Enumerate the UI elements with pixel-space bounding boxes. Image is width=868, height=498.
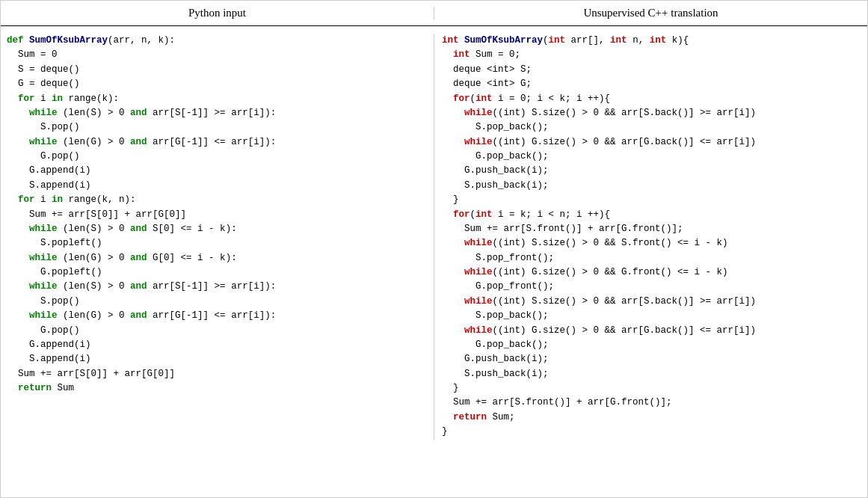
cpp-line-27: } — [442, 425, 860, 439]
py-line-19: while (len(G) > 0 and arr[G[-1]] <= arr[… — [7, 309, 426, 323]
cpp-line-2: deque <int> S; — [442, 63, 860, 77]
py-line-24: return Sum — [7, 381, 426, 396]
py-line-12: Sum += arr[S[0]] + arr[G[0]] — [7, 208, 426, 222]
header-row: Python input Unsupervised C++ translatio… — [1, 1, 867, 26]
cpp-line-19: S.pop_back(); — [442, 309, 860, 323]
cpp-line-25: Sum += arr[S.front()] + arr[G.front()]; — [442, 396, 860, 410]
cpp-line-18: while((int) S.size() > 0 && arr[S.back()… — [442, 295, 860, 309]
cpp-line-3: deque <int> G; — [442, 77, 860, 91]
py-line-1: Sum = 0 — [7, 48, 426, 62]
py-line-15: while (len(G) > 0 and G[0] <= i - k): — [7, 251, 426, 265]
cpp-header: Unsupervised C++ translation — [434, 7, 867, 19]
cpp-line-12: for(int i = k; i < n; i ++){ — [442, 208, 860, 222]
cpp-line-6: S.pop_back(); — [442, 120, 860, 135]
python-header: Python input — [1, 7, 434, 19]
py-line-6: S.pop() — [7, 120, 426, 135]
py-line-23: Sum += arr[S[0]] + arr[G[0]] — [7, 367, 426, 381]
cpp-line-16: while((int) G.size() > 0 && G.front() <=… — [442, 265, 860, 280]
main-container: Python input Unsupervised C++ translatio… — [0, 0, 868, 498]
cpp-line-20: while((int) G.size() > 0 && arr[G.back()… — [442, 324, 860, 338]
cpp-line-21: G.pop_back(); — [442, 338, 860, 352]
cpp-line-0: int SumOfKsubArray(int arr[], int n, int… — [442, 34, 860, 48]
cpp-line-14: while((int) S.size() > 0 && S.front() <=… — [442, 236, 860, 250]
py-line-8: G.pop() — [7, 150, 426, 164]
py-line-18: S.pop() — [7, 295, 426, 309]
py-line-9: G.append(i) — [7, 164, 426, 178]
py-line-4: for i in range(k): — [7, 92, 426, 106]
cpp-line-22: G.push_back(i); — [442, 352, 860, 366]
cpp-line-1: int Sum = 0; — [442, 48, 860, 62]
py-line-21: G.append(i) — [7, 338, 426, 352]
py-line-11: for i in range(k, n): — [7, 193, 426, 207]
py-line-22: S.append(i) — [7, 352, 426, 366]
py-line-17: while (len(S) > 0 and arr[S[-1]] >= arr[… — [7, 280, 426, 294]
cpp-line-11: } — [442, 193, 860, 207]
cpp-line-7: while((int) G.size() > 0 && arr[G.back()… — [442, 135, 860, 150]
cpp-line-9: G.push_back(i); — [442, 164, 860, 178]
py-line-14: S.popleft() — [7, 236, 426, 250]
py-line-10: S.append(i) — [7, 179, 426, 193]
py-line-20: G.pop() — [7, 324, 426, 338]
cpp-line-17: G.pop_front(); — [442, 280, 860, 294]
py-line-2: S = deque() — [7, 63, 426, 77]
cpp-line-8: G.pop_back(); — [442, 150, 860, 164]
cpp-line-24: } — [442, 381, 860, 396]
cpp-line-15: S.pop_front(); — [442, 251, 860, 265]
cpp-line-5: while((int) S.size() > 0 && arr[S.back()… — [442, 106, 860, 120]
py-line-7: while (len(G) > 0 and arr[G[-1]] <= arr[… — [7, 135, 426, 150]
py-line-16: G.popleft() — [7, 265, 426, 280]
py-line-13: while (len(S) > 0 and S[0] <= i - k): — [7, 222, 426, 236]
cpp-line-23: S.push_back(i); — [442, 367, 860, 381]
cpp-line-13: Sum += arr[S.front()] + arr[G.front()]; — [442, 222, 860, 236]
cpp-line-4: for(int i = 0; i < k; i ++){ — [442, 92, 860, 106]
cpp-line-26: return Sum; — [442, 411, 860, 425]
cpp-code: int SumOfKsubArray(int arr[], int n, int… — [434, 34, 867, 440]
py-line-0: def SumOfKsubArray(arr, n, k): — [7, 34, 426, 48]
cpp-line-10: S.push_back(i); — [442, 179, 860, 193]
py-line-3: G = deque() — [7, 77, 426, 91]
code-area: def SumOfKsubArray(arr, n, k): Sum = 0 S… — [1, 26, 867, 447]
py-line-5: while (len(S) > 0 and arr[S[-1]] >= arr[… — [7, 106, 426, 120]
python-code: def SumOfKsubArray(arr, n, k): Sum = 0 S… — [1, 34, 434, 440]
